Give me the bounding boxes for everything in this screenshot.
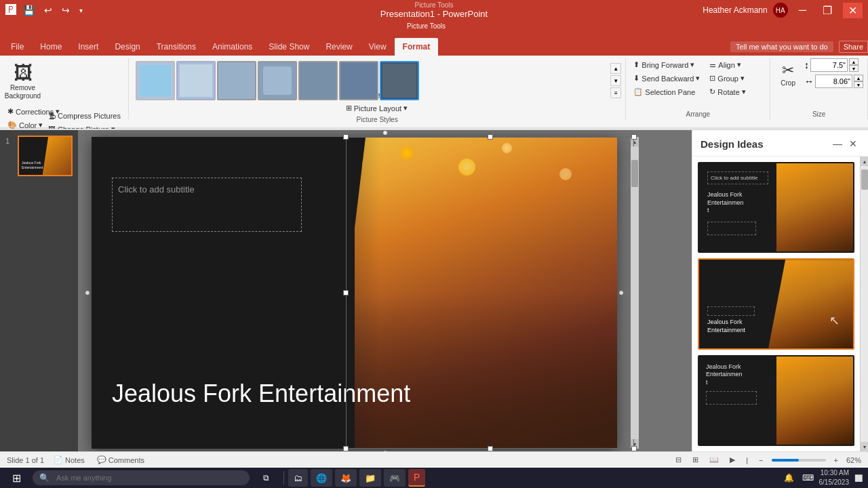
picture-layout-btn[interactable]: ⊞ Picture Layout ▾ <box>342 102 415 115</box>
start-btn[interactable]: ⊞ <box>3 469 30 487</box>
slide-number: 1 <box>5 136 15 145</box>
tab-animations[interactable]: Animations <box>204 38 260 56</box>
width-up-btn[interactable]: ▲ <box>854 75 863 81</box>
subtitle-box[interactable]: Click to add subtitle <box>112 178 302 232</box>
taskbar-keyboard-btn[interactable]: ⌨ <box>800 469 816 487</box>
restore-btn[interactable]: ❐ <box>817 3 837 18</box>
tab-transitions[interactable]: Transitions <box>149 38 204 56</box>
design-scroll-thumb[interactable] <box>861 169 868 190</box>
height-input[interactable] <box>810 58 848 72</box>
comments-btn[interactable]: 💬 Comments <box>94 454 147 466</box>
style-thumb-6[interactable] <box>339 61 378 100</box>
taskbar-game-btn[interactable]: 🎮 <box>384 469 406 487</box>
svg-rect-4 <box>218 62 255 99</box>
taskbar-search[interactable] <box>50 470 243 485</box>
design-card-3[interactable]: Jealous ForkEntertainment <box>698 355 854 446</box>
height-down-btn[interactable]: ▼ <box>849 65 859 72</box>
crop-btn[interactable]: ✂ Crop <box>774 58 802 90</box>
canvas-top-margin <box>78 130 692 137</box>
design-card-1[interactable]: Click to add subtitle Jealous ForkEntert… <box>698 162 854 253</box>
send-backward-label: Send Backward <box>642 75 694 83</box>
handle-ml[interactable] <box>343 290 349 296</box>
remove-background-btn[interactable]: 🖼 Remove Background <box>4 58 41 104</box>
compress-pictures-btn[interactable]: 🗜 Compress Pictures <box>45 110 124 122</box>
slideshow-btn[interactable]: ▶ <box>727 454 738 466</box>
send-backward-btn[interactable]: ⬇ Send Backward ▾ <box>630 72 703 85</box>
tab-format[interactable]: Format <box>395 38 439 56</box>
design-panel-minimize-btn[interactable]: — <box>830 137 845 150</box>
tell-me-btn[interactable]: Tell me what you want to do <box>730 41 833 52</box>
minimize-btn[interactable]: ─ <box>793 3 812 18</box>
save-quick-btn[interactable]: 💾 <box>20 3 37 17</box>
style-thumb-1[interactable] <box>136 61 175 100</box>
taskbar-edge-btn[interactable]: 🌐 <box>311 469 332 487</box>
svg-rect-3 <box>180 64 212 97</box>
taskbar-powerpoint-btn[interactable]: P <box>408 469 425 487</box>
tab-home[interactable]: Home <box>32 38 70 56</box>
style-thumb-2[interactable] <box>176 61 216 100</box>
share-btn[interactable]: Share <box>839 41 868 53</box>
width-down-btn[interactable]: ▼ <box>854 81 863 88</box>
taskbar-notification-btn[interactable]: 🔔 <box>781 469 797 487</box>
reading-view-btn[interactable]: 📖 <box>707 454 722 466</box>
redo-btn[interactable]: ↪ <box>59 3 73 17</box>
handle-bc[interactable] <box>488 446 493 451</box>
zoom-out-btn[interactable]: − <box>756 455 766 466</box>
style-thumb-3[interactable] <box>217 61 256 100</box>
design-card-1-left: Click to add subtitle Jealous ForkEntert… <box>699 163 776 251</box>
design-card-2[interactable]: Jealous ForkEntertainment ↖ <box>698 258 854 349</box>
slide-1-wrapper: 1 Jealous ForkEntertainment <box>5 136 73 176</box>
style-thumb-4[interactable] <box>258 61 297 100</box>
dc1-title: Jealous ForkEntertainment <box>707 191 768 215</box>
top-center-handle[interactable] <box>382 130 388 136</box>
bring-forward-btn[interactable]: ⬆ Bring Forward ▾ <box>630 58 703 71</box>
v-scroll-thumb[interactable] <box>631 160 638 187</box>
handle-br[interactable] <box>631 446 637 451</box>
zoom-in-btn[interactable]: + <box>831 455 841 466</box>
taskbar-folder-btn[interactable]: 📁 <box>359 469 381 487</box>
design-panel-close-btn[interactable]: ✕ <box>846 137 860 150</box>
handle-tl[interactable] <box>343 134 349 140</box>
notification-center-btn[interactable]: ⬜ <box>852 469 865 487</box>
notes-btn[interactable]: 📄 Notes <box>51 454 87 466</box>
style-thumb-5[interactable] <box>298 61 338 100</box>
taskbar-explorer-btn[interactable]: 🗂 <box>288 469 308 487</box>
tab-insert[interactable]: Insert <box>70 38 106 56</box>
gallery-more-btn[interactable]: ≡ <box>610 87 621 98</box>
taskbar-firefox-btn[interactable]: 🦊 <box>335 469 357 487</box>
bottom-center-handle[interactable] <box>382 450 388 451</box>
style-thumb-7[interactable] <box>380 61 419 100</box>
tab-file[interactable]: File <box>3 38 32 56</box>
tab-design[interactable]: Design <box>106 38 148 56</box>
rotate-btn[interactable]: ↻ Rotate ▾ <box>706 85 749 98</box>
handle-bl[interactable] <box>343 446 349 451</box>
svg-rect-8 <box>340 62 377 99</box>
group-btn[interactable]: ⊡ Group ▾ <box>706 72 749 85</box>
slide-1-thumb[interactable]: Jealous ForkEntertainment <box>18 136 73 176</box>
color-label: Color <box>19 121 37 129</box>
selection-pane-btn[interactable]: 📋 Selection Pane <box>630 85 703 98</box>
undo-btn[interactable]: ↩ <box>41 3 55 17</box>
tab-review[interactable]: Review <box>317 38 360 56</box>
left-center-handle[interactable] <box>85 290 90 296</box>
svg-rect-1 <box>140 65 171 96</box>
gallery-down-btn[interactable]: ▼ <box>610 75 621 86</box>
align-btn[interactable]: ⚌ Align ▾ <box>706 58 749 71</box>
tab-slideshow[interactable]: Slide Show <box>260 38 317 56</box>
picture-styles-label: Picture Styles <box>357 115 398 125</box>
width-input[interactable] <box>815 75 852 88</box>
normal-view-btn[interactable]: ⊟ <box>673 454 684 466</box>
handle-tr[interactable] <box>631 134 637 140</box>
design-scroll-down-btn[interactable]: ▼ <box>861 442 868 451</box>
design-panel-header: Design Ideas — ✕ <box>692 130 868 157</box>
height-up-btn[interactable]: ▲ <box>849 58 859 65</box>
design-scroll-up-btn[interactable]: ▲ <box>861 157 868 166</box>
gallery-up-btn[interactable]: ▲ <box>610 63 621 74</box>
handle-tc[interactable] <box>488 134 493 140</box>
tab-view[interactable]: View <box>361 38 395 56</box>
customize-qa-btn[interactable]: ▾ <box>77 5 85 16</box>
slide-sorter-btn[interactable]: ⊞ <box>690 454 701 466</box>
close-btn[interactable]: ✕ <box>843 3 863 18</box>
task-view-btn[interactable]: ⧉ <box>252 469 279 487</box>
zoom-slider[interactable] <box>772 459 826 462</box>
